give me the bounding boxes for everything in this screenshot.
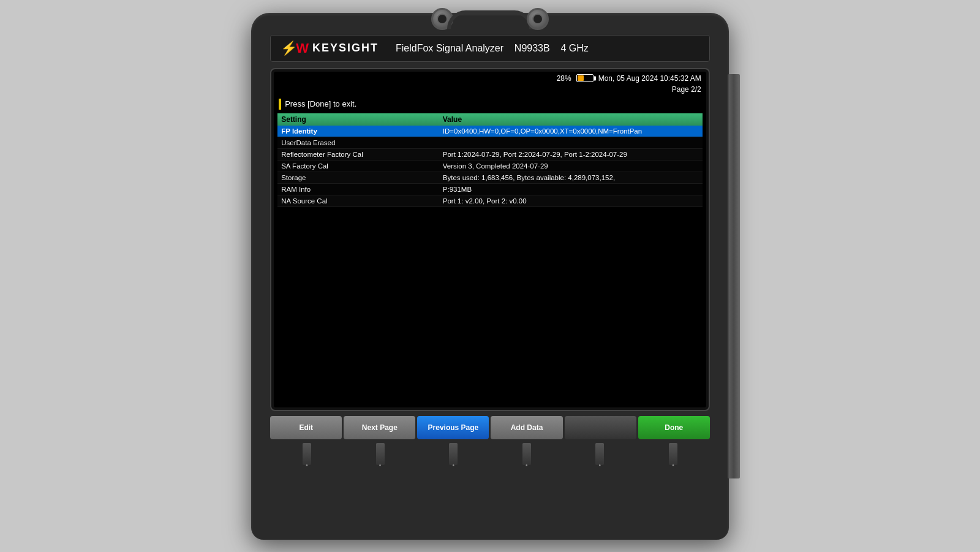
- col-header-setting: Setting: [277, 113, 439, 126]
- fkey-2[interactable]: [376, 443, 385, 465]
- table-cell-setting: Reflectometer Factory Cal: [277, 148, 439, 160]
- device: ⚡W KEYSIGHT FieldFox Signal Analyzer N99…: [251, 13, 729, 540]
- table-row: SA Factory CalVersion 3, Completed 2024-…: [277, 160, 703, 172]
- press-done-message: Press [Done] to exit.: [274, 96, 706, 113]
- cable-arch: [447, 10, 533, 29]
- button-bar: Edit Next Page Previous Page Add Data Do…: [270, 416, 710, 439]
- table-cell-setting: UserData Erased: [277, 137, 439, 148]
- battery-percent: 28%: [557, 74, 571, 83]
- battery-icon: [576, 74, 594, 82]
- battery-icon-container: [576, 74, 594, 82]
- table-cell-value: Version 3, Completed 2024-07-29: [439, 160, 703, 172]
- settings-table: Setting Value FP IdentityID=0x0400,HW=0,…: [277, 113, 703, 207]
- table-cell-setting: FP Identity: [277, 126, 439, 137]
- table-cell-value: Port 1: v2.00, Port 2: v0.00: [439, 195, 703, 206]
- battery-fill: [578, 75, 584, 81]
- device-strap: [728, 74, 740, 478]
- yellow-accent-bar: [279, 99, 281, 110]
- fkey-5[interactable]: [595, 443, 604, 465]
- table-cell-value: P:931MB: [439, 183, 703, 195]
- table-cell-value: ID=0x0400,HW=0,OF=0,OP=0x0000,XT=0x0000,…: [439, 126, 703, 137]
- add-data-button[interactable]: Add Data: [491, 416, 562, 439]
- connector-right: [527, 8, 549, 30]
- fkey-6[interactable]: [669, 443, 677, 465]
- col-header-value: Value: [439, 113, 703, 126]
- screen: 28% Mon, 05 Aug 2024 10:45:32 AM Page 2/…: [274, 72, 706, 407]
- table-row: StorageBytes used: 1,683,456, Bytes avai…: [277, 172, 703, 183]
- header-bar: ⚡W KEYSIGHT FieldFox Signal Analyzer N99…: [270, 35, 710, 62]
- table-row: Reflectometer Factory CalPort 1:2024-07-…: [277, 148, 703, 160]
- table-row: NA Source CalPort 1: v2.00, Port 2: v0.0…: [277, 195, 703, 206]
- edit-button[interactable]: Edit: [270, 416, 342, 439]
- table-cell-value: Bytes used: 1,683,456, Bytes available: …: [439, 172, 703, 183]
- press-done-text: Press [Done] to exit.: [285, 99, 356, 108]
- table-cell-setting: Storage: [277, 172, 439, 183]
- table-cell-value: [439, 137, 703, 148]
- table-row: RAM InfoP:931MB: [277, 183, 703, 195]
- table-cell-setting: RAM Info: [277, 183, 439, 195]
- table-cell-setting: NA Source Cal: [277, 195, 439, 206]
- device-model: FieldFox Signal Analyzer N9933B 4 GHz: [396, 43, 589, 54]
- table-cell-setting: SA Factory Cal: [277, 160, 439, 172]
- keysight-logo: ⚡W KEYSIGHT: [281, 40, 379, 56]
- brand-name: KEYSIGHT: [312, 42, 379, 55]
- fkey-1[interactable]: [303, 443, 311, 465]
- data-table-container: Setting Value FP IdentityID=0x0400,HW=0,…: [274, 113, 706, 407]
- previous-page-button[interactable]: Previous Page: [417, 416, 489, 439]
- table-row: FP IdentityID=0x0400,HW=0,OF=0,OP=0x0000…: [277, 126, 703, 137]
- table-cell-value: Port 1:2024-07-29, Port 2:2024-07-29, Po…: [439, 148, 703, 160]
- next-page-button[interactable]: Next Page: [344, 416, 415, 439]
- status-bar: 28% Mon, 05 Aug 2024 10:45:32 AM: [274, 72, 706, 85]
- page-indicator: Page 2/2: [274, 85, 706, 96]
- logo-icon: ⚡W: [281, 40, 307, 56]
- fkey-3[interactable]: [449, 443, 458, 465]
- table-row: UserData Erased: [277, 137, 703, 148]
- datetime: Mon, 05 Aug 2024 10:45:32 AM: [598, 74, 701, 83]
- connectors: [251, 8, 729, 30]
- fkey-4[interactable]: [522, 443, 531, 465]
- empty-button[interactable]: [565, 416, 636, 439]
- function-key-strip: [270, 443, 710, 471]
- table-header: Setting Value: [277, 113, 703, 126]
- done-button[interactable]: Done: [638, 416, 710, 439]
- screen-bezel: 28% Mon, 05 Aug 2024 10:45:32 AM Page 2/…: [270, 68, 710, 411]
